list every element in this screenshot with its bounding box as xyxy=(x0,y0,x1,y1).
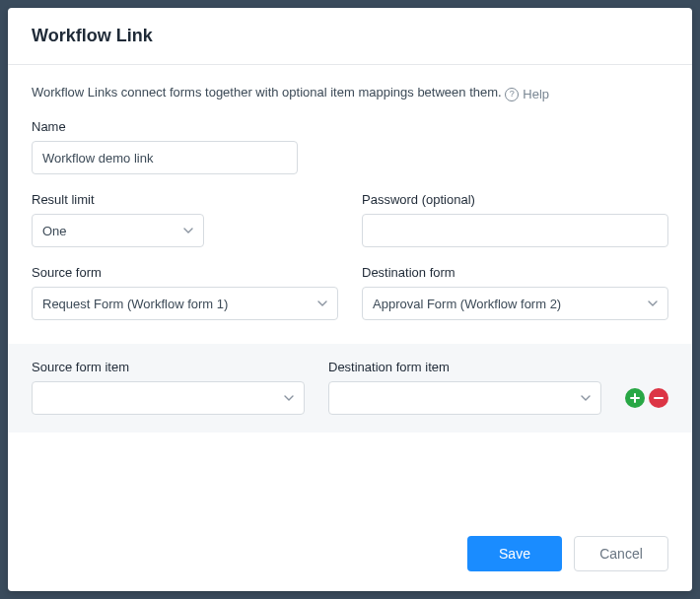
chevron-down-icon xyxy=(648,300,658,306)
source-form-select[interactable]: Request Form (Workflow form 1) xyxy=(32,287,338,320)
description-text: Workflow Links connect forms together wi… xyxy=(32,85,502,100)
dialog-body: Workflow Links connect forms together wi… xyxy=(8,65,692,520)
plus-icon xyxy=(629,392,641,404)
workflow-link-dialog: Workflow Link Workflow Links connect for… xyxy=(8,8,692,591)
save-button[interactable]: Save xyxy=(467,536,562,571)
name-input[interactable] xyxy=(42,151,287,166)
password-label: Password (optional) xyxy=(362,192,668,207)
minus-icon xyxy=(653,392,665,404)
destination-form-value: Approval Form (Workflow form 2) xyxy=(373,297,561,311)
remove-mapping-button[interactable] xyxy=(649,388,668,408)
password-field: Password (optional) xyxy=(362,192,668,247)
destination-form-item-select[interactable] xyxy=(328,381,601,415)
help-icon: ? xyxy=(505,88,519,101)
chevron-down-icon xyxy=(183,228,193,233)
source-form-field: Source form Request Form (Workflow form … xyxy=(32,265,338,320)
description-row: Workflow Links connect forms together wi… xyxy=(32,85,668,101)
cancel-button[interactable]: Cancel xyxy=(574,536,668,571)
destination-form-item-label: Destination form item xyxy=(328,360,601,374)
source-form-item-select[interactable] xyxy=(32,381,305,415)
help-label: Help xyxy=(523,87,549,101)
dialog-footer: Save Cancel xyxy=(8,520,692,591)
add-mapping-button[interactable] xyxy=(625,388,645,408)
chevron-down-icon xyxy=(284,395,294,401)
name-input-wrap xyxy=(32,141,298,174)
destination-form-field: Destination form Approval Form (Workflow… xyxy=(362,265,668,320)
name-field: Name xyxy=(32,119,668,174)
item-mapping-section: Source form item Destination form item xyxy=(8,344,692,433)
source-form-label: Source form xyxy=(32,265,338,280)
result-limit-label: Result limit xyxy=(32,192,338,207)
dialog-title: Workflow Link xyxy=(32,26,668,46)
dialog-header: Workflow Link xyxy=(8,8,692,65)
result-limit-select[interactable]: One xyxy=(32,214,204,247)
name-label: Name xyxy=(32,119,668,134)
result-limit-value: One xyxy=(42,224,67,238)
destination-form-select[interactable]: Approval Form (Workflow form 2) xyxy=(362,287,668,320)
password-input[interactable] xyxy=(373,224,658,238)
destination-form-label: Destination form xyxy=(362,265,668,280)
result-limit-field: Result limit One xyxy=(32,192,338,247)
chevron-down-icon xyxy=(581,395,591,401)
item-mapping-row: Source form item Destination form item xyxy=(32,360,668,415)
help-link[interactable]: ? Help xyxy=(505,87,549,101)
chevron-down-icon xyxy=(317,300,327,306)
password-input-wrap xyxy=(362,214,668,247)
source-form-item-label: Source form item xyxy=(32,360,305,374)
source-form-value: Request Form (Workflow form 1) xyxy=(42,297,228,311)
mapping-controls xyxy=(625,388,668,415)
